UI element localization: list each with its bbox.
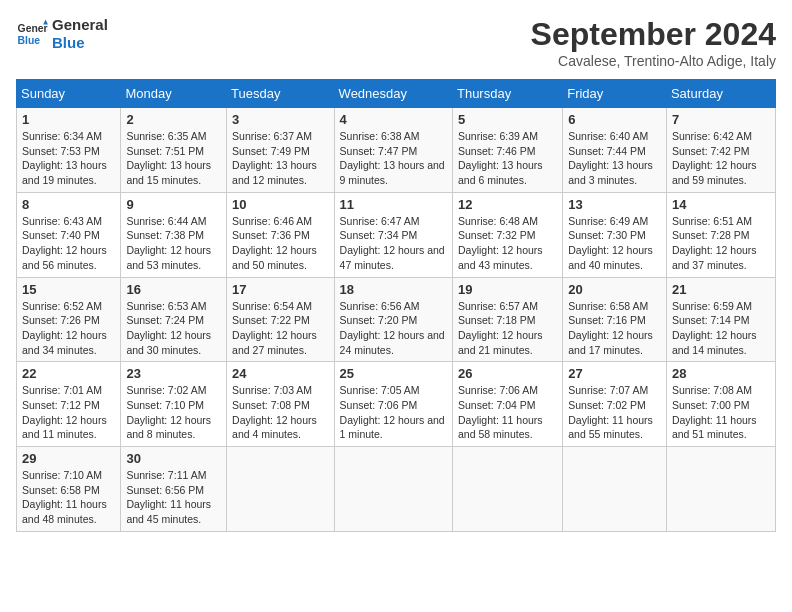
- calendar-cell: 9 Sunrise: 6:44 AMSunset: 7:38 PMDayligh…: [121, 192, 227, 277]
- calendar-cell: [334, 447, 452, 532]
- day-number: 29: [22, 451, 115, 466]
- cell-info: Sunrise: 6:39 AMSunset: 7:46 PMDaylight:…: [458, 130, 543, 186]
- day-number: 4: [340, 112, 447, 127]
- calendar-cell: [563, 447, 667, 532]
- day-number: 13: [568, 197, 661, 212]
- cell-info: Sunrise: 7:01 AMSunset: 7:12 PMDaylight:…: [22, 384, 107, 440]
- calendar-cell: 7 Sunrise: 6:42 AMSunset: 7:42 PMDayligh…: [666, 108, 775, 193]
- calendar-cell: 28 Sunrise: 7:08 AMSunset: 7:00 PMDaylig…: [666, 362, 775, 447]
- header-saturday: Saturday: [666, 80, 775, 108]
- calendar-cell: 17 Sunrise: 6:54 AMSunset: 7:22 PMDaylig…: [227, 277, 334, 362]
- day-number: 23: [126, 366, 221, 381]
- cell-info: Sunrise: 6:47 AMSunset: 7:34 PMDaylight:…: [340, 215, 445, 271]
- header-sunday: Sunday: [17, 80, 121, 108]
- day-number: 24: [232, 366, 328, 381]
- calendar-cell: 14 Sunrise: 6:51 AMSunset: 7:28 PMDaylig…: [666, 192, 775, 277]
- cell-info: Sunrise: 7:11 AMSunset: 6:56 PMDaylight:…: [126, 469, 211, 525]
- calendar-week-2: 8 Sunrise: 6:43 AMSunset: 7:40 PMDayligh…: [17, 192, 776, 277]
- cell-info: Sunrise: 6:52 AMSunset: 7:26 PMDaylight:…: [22, 300, 107, 356]
- calendar-cell: 6 Sunrise: 6:40 AMSunset: 7:44 PMDayligh…: [563, 108, 667, 193]
- day-number: 20: [568, 282, 661, 297]
- calendar-cell: 8 Sunrise: 6:43 AMSunset: 7:40 PMDayligh…: [17, 192, 121, 277]
- cell-info: Sunrise: 6:40 AMSunset: 7:44 PMDaylight:…: [568, 130, 653, 186]
- calendar-cell: 11 Sunrise: 6:47 AMSunset: 7:34 PMDaylig…: [334, 192, 452, 277]
- header-row: Sunday Monday Tuesday Wednesday Thursday…: [17, 80, 776, 108]
- cell-info: Sunrise: 6:46 AMSunset: 7:36 PMDaylight:…: [232, 215, 317, 271]
- cell-info: Sunrise: 6:51 AMSunset: 7:28 PMDaylight:…: [672, 215, 757, 271]
- day-number: 12: [458, 197, 557, 212]
- calendar-cell: 18 Sunrise: 6:56 AMSunset: 7:20 PMDaylig…: [334, 277, 452, 362]
- calendar-cell: 21 Sunrise: 6:59 AMSunset: 7:14 PMDaylig…: [666, 277, 775, 362]
- cell-info: Sunrise: 6:44 AMSunset: 7:38 PMDaylight:…: [126, 215, 211, 271]
- calendar-cell: 23 Sunrise: 7:02 AMSunset: 7:10 PMDaylig…: [121, 362, 227, 447]
- header-tuesday: Tuesday: [227, 80, 334, 108]
- cell-info: Sunrise: 7:10 AMSunset: 6:58 PMDaylight:…: [22, 469, 107, 525]
- logo: General Blue General Blue: [16, 16, 108, 52]
- day-number: 25: [340, 366, 447, 381]
- day-number: 3: [232, 112, 328, 127]
- header-monday: Monday: [121, 80, 227, 108]
- calendar-cell: 19 Sunrise: 6:57 AMSunset: 7:18 PMDaylig…: [452, 277, 562, 362]
- day-number: 8: [22, 197, 115, 212]
- cell-info: Sunrise: 7:02 AMSunset: 7:10 PMDaylight:…: [126, 384, 211, 440]
- calendar-week-4: 22 Sunrise: 7:01 AMSunset: 7:12 PMDaylig…: [17, 362, 776, 447]
- day-number: 30: [126, 451, 221, 466]
- svg-marker-2: [43, 20, 48, 25]
- cell-info: Sunrise: 6:35 AMSunset: 7:51 PMDaylight:…: [126, 130, 211, 186]
- day-number: 10: [232, 197, 328, 212]
- header-thursday: Thursday: [452, 80, 562, 108]
- day-number: 16: [126, 282, 221, 297]
- cell-info: Sunrise: 6:43 AMSunset: 7:40 PMDaylight:…: [22, 215, 107, 271]
- calendar-cell: [452, 447, 562, 532]
- logo-text: General Blue: [52, 16, 108, 52]
- calendar-cell: 2 Sunrise: 6:35 AMSunset: 7:51 PMDayligh…: [121, 108, 227, 193]
- day-number: 2: [126, 112, 221, 127]
- cell-info: Sunrise: 7:03 AMSunset: 7:08 PMDaylight:…: [232, 384, 317, 440]
- calendar-cell: 30 Sunrise: 7:11 AMSunset: 6:56 PMDaylig…: [121, 447, 227, 532]
- cell-info: Sunrise: 6:56 AMSunset: 7:20 PMDaylight:…: [340, 300, 445, 356]
- cell-info: Sunrise: 6:34 AMSunset: 7:53 PMDaylight:…: [22, 130, 107, 186]
- page-header: General Blue General Blue September 2024…: [16, 16, 776, 69]
- day-number: 11: [340, 197, 447, 212]
- cell-info: Sunrise: 7:07 AMSunset: 7:02 PMDaylight:…: [568, 384, 653, 440]
- day-number: 1: [22, 112, 115, 127]
- calendar-cell: 12 Sunrise: 6:48 AMSunset: 7:32 PMDaylig…: [452, 192, 562, 277]
- cell-info: Sunrise: 6:57 AMSunset: 7:18 PMDaylight:…: [458, 300, 543, 356]
- calendar-week-5: 29 Sunrise: 7:10 AMSunset: 6:58 PMDaylig…: [17, 447, 776, 532]
- header-wednesday: Wednesday: [334, 80, 452, 108]
- calendar-week-3: 15 Sunrise: 6:52 AMSunset: 7:26 PMDaylig…: [17, 277, 776, 362]
- calendar-cell: 29 Sunrise: 7:10 AMSunset: 6:58 PMDaylig…: [17, 447, 121, 532]
- cell-info: Sunrise: 6:42 AMSunset: 7:42 PMDaylight:…: [672, 130, 757, 186]
- calendar-cell: [227, 447, 334, 532]
- cell-info: Sunrise: 6:37 AMSunset: 7:49 PMDaylight:…: [232, 130, 317, 186]
- calendar-table: Sunday Monday Tuesday Wednesday Thursday…: [16, 79, 776, 532]
- cell-info: Sunrise: 6:38 AMSunset: 7:47 PMDaylight:…: [340, 130, 445, 186]
- calendar-week-1: 1 Sunrise: 6:34 AMSunset: 7:53 PMDayligh…: [17, 108, 776, 193]
- header-friday: Friday: [563, 80, 667, 108]
- cell-info: Sunrise: 6:48 AMSunset: 7:32 PMDaylight:…: [458, 215, 543, 271]
- day-number: 15: [22, 282, 115, 297]
- svg-text:General: General: [18, 23, 48, 34]
- month-title: September 2024: [531, 16, 776, 53]
- calendar-cell: 22 Sunrise: 7:01 AMSunset: 7:12 PMDaylig…: [17, 362, 121, 447]
- day-number: 6: [568, 112, 661, 127]
- day-number: 26: [458, 366, 557, 381]
- calendar-cell: 4 Sunrise: 6:38 AMSunset: 7:47 PMDayligh…: [334, 108, 452, 193]
- calendar-cell: 20 Sunrise: 6:58 AMSunset: 7:16 PMDaylig…: [563, 277, 667, 362]
- calendar-cell: 10 Sunrise: 6:46 AMSunset: 7:36 PMDaylig…: [227, 192, 334, 277]
- day-number: 5: [458, 112, 557, 127]
- day-number: 19: [458, 282, 557, 297]
- day-number: 18: [340, 282, 447, 297]
- calendar-cell: 3 Sunrise: 6:37 AMSunset: 7:49 PMDayligh…: [227, 108, 334, 193]
- calendar-cell: 15 Sunrise: 6:52 AMSunset: 7:26 PMDaylig…: [17, 277, 121, 362]
- day-number: 14: [672, 197, 770, 212]
- svg-text:Blue: Blue: [18, 35, 41, 46]
- cell-info: Sunrise: 6:54 AMSunset: 7:22 PMDaylight:…: [232, 300, 317, 356]
- day-number: 21: [672, 282, 770, 297]
- calendar-body: 1 Sunrise: 6:34 AMSunset: 7:53 PMDayligh…: [17, 108, 776, 532]
- day-number: 28: [672, 366, 770, 381]
- logo-icon: General Blue: [16, 18, 48, 50]
- calendar-cell: 16 Sunrise: 6:53 AMSunset: 7:24 PMDaylig…: [121, 277, 227, 362]
- cell-info: Sunrise: 6:59 AMSunset: 7:14 PMDaylight:…: [672, 300, 757, 356]
- cell-info: Sunrise: 7:05 AMSunset: 7:06 PMDaylight:…: [340, 384, 445, 440]
